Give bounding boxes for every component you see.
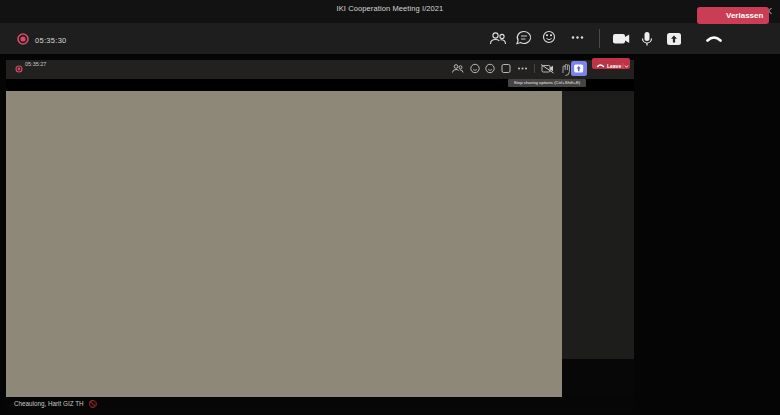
svg-text:Leave: Leave (607, 63, 621, 69)
